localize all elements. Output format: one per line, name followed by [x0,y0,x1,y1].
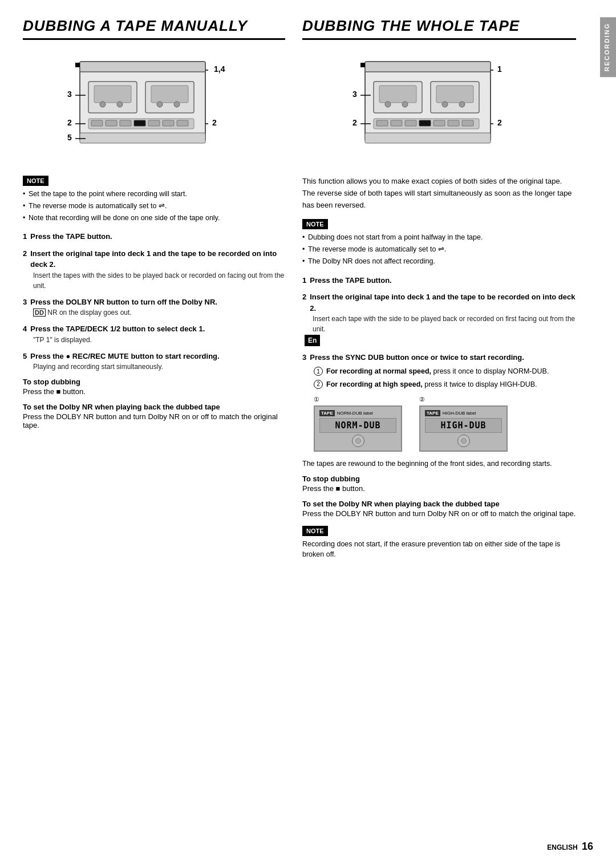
svg-rect-46 [448,120,459,126]
svg-rect-19 [75,63,80,67]
left-step-1: 1 Press the TAPE button. [23,231,285,242]
left-note-label: NOTE [23,176,48,186]
left-steps: 1 Press the TAPE button. 2 Insert the or… [23,231,285,372]
svg-rect-15 [148,120,160,126]
svg-text:5: 5 [67,133,72,142]
right-stop-dubbing-text: Press the ■ button. [302,484,576,493]
right-note-list: Dubbing does not start from a point half… [302,232,576,266]
right-step-1: 1 Press the TAPE button. [302,275,576,286]
left-step-4-text: Press the TAPE/DECK 1/2 button to select… [30,323,205,335]
svg-rect-18 [80,133,205,143]
display-1-screen: NORM-DUB [319,418,396,433]
footer: ENGLISH 16 [547,841,593,853]
left-column: DUBBING A TAPE MANUALLY [23,17,285,568]
left-step-5: 5 Press the ● REC/REC MUTE button to sta… [23,351,285,372]
right-column: DUBBING THE WHOLE TAPE [302,17,593,568]
svg-rect-49 [360,63,365,67]
svg-point-9 [174,102,180,107]
right-title: DUBBING THE WHOLE TAPE [302,17,576,40]
left-stop-dubbing-text: Press the ■ button. [23,387,285,396]
svg-text:2: 2 [212,118,217,127]
right-step-3: 3 Press the SYNC DUB button once or twic… [302,352,576,390]
right-note2-section: NOTE Recording does not start, if the er… [302,526,576,561]
right-step-3-text: Press the SYNC DUB button once or twice … [310,352,524,363]
svg-rect-44 [419,120,431,126]
right-note-item-2: The reverse mode is automatically set to… [302,244,576,255]
svg-rect-37 [436,86,473,103]
display-2-num: ② [419,396,425,403]
left-note-item-2: The reverse mode is automatically set to… [23,201,285,212]
svg-rect-42 [391,120,402,126]
left-dolby-title: To set the Dolby NR when playing back th… [23,403,285,411]
left-step-5-text: Press the ● REC/REC MUTE button to start… [30,351,219,362]
right-step-3-number: 3 [302,352,306,363]
svg-rect-31 [365,62,491,72]
side-tab: RECORDING [600,17,616,77]
svg-point-35 [402,102,408,107]
right-step-2-sub: Insert each tape with the side to be pla… [302,314,576,334]
footer-english: ENGLISH [547,843,577,851]
svg-text:3: 3 [352,90,357,99]
svg-point-4 [100,102,106,107]
svg-rect-45 [433,120,445,126]
svg-rect-1 [80,62,205,72]
left-step-3-text: Press the DOLBY NR button to turn off th… [30,297,217,308]
left-step-4-sub: "TP 1" is displayed. [23,335,285,345]
right-step-2-number: 2 [302,291,306,303]
svg-text:3: 3 [67,90,72,99]
right-diagram: 1 3 2 2 [348,50,530,164]
svg-point-38 [442,102,448,107]
svg-point-8 [157,102,163,107]
left-step-4: 4 Press the TAPE/DECK 1/2 button to sele… [23,323,285,345]
display-images: ① TAPE NORM-DUB label NORM-DUB [314,396,576,452]
right-note2-text: Recording does not start, if the erasure… [302,539,576,561]
substep-1-text: For recording at normal speed, press it … [326,366,549,377]
display-1-badge-l: TAPE [319,410,335,416]
svg-rect-13 [120,120,131,126]
svg-text:2: 2 [497,118,502,127]
right-step-1-number: 1 [302,275,306,286]
svg-rect-33 [379,86,416,103]
left-stop-dubbing: To stop dubbing Press the ■ button. [23,378,285,396]
left-note-list: Set the tape to the point where recordin… [23,189,285,223]
svg-rect-14 [134,120,145,126]
svg-rect-43 [405,120,416,126]
left-step-3-number: 3 [23,297,27,308]
svg-rect-17 [177,120,188,126]
left-step-2-sub: Insert the tapes with the sides to be pl… [23,270,285,291]
display-2-badge-l: TAPE [425,410,440,416]
right-note-item-3: The Dolby NR does not affect recording. [302,256,576,267]
left-note-item-3: Note that recording will be done on one … [23,213,285,224]
display-2-badge-m: HIGH-DUB label [443,411,476,416]
left-step-5-number: 5 [23,351,27,362]
svg-rect-48 [365,133,491,143]
left-step-1-number: 1 [23,231,27,242]
right-intro: This function allows you to make exact c… [302,176,576,211]
left-step-4-number: 4 [23,323,27,335]
right-stop-dubbing: To stop dubbing Press the ■ button. [302,474,576,493]
display-2-screen: HIGH-DUB [425,418,502,433]
svg-rect-12 [106,120,117,126]
svg-point-39 [459,102,465,107]
svg-text:1: 1 [497,64,502,74]
right-note-label: NOTE [302,219,328,229]
left-step-1-text: Press the TAPE button. [30,231,112,242]
right-step-1-text: Press the TAPE button. [310,275,392,286]
left-dolby-note: To set the Dolby NR when playing back th… [23,403,285,429]
svg-rect-41 [376,120,388,126]
svg-rect-16 [163,120,174,126]
right-substep-1: 1 For recording at normal speed, press i… [314,366,576,377]
recording-starts-text: The tapes are rewound to the beginning o… [302,460,576,468]
right-note-section: NOTE Dubbing does not start from a point… [302,219,576,266]
display-item-1: ① TAPE NORM-DUB label NORM-DUB [314,396,402,452]
svg-point-34 [385,102,391,107]
left-title: DUBBING A TAPE MANUALLY [23,17,285,40]
en-badge: En [305,335,320,346]
svg-rect-3 [94,86,131,103]
svg-rect-7 [151,86,188,103]
right-dolby-note: To set the Dolby NR when playing back th… [302,500,576,518]
substep-2-circle: 2 [314,380,323,389]
right-substep-2: 2 For recording at high speed, press it … [314,379,576,390]
display-1-badge-m: NORM-DUB label [337,411,373,416]
left-step-5-sub: Playing and recording start simultaneous… [23,362,285,372]
